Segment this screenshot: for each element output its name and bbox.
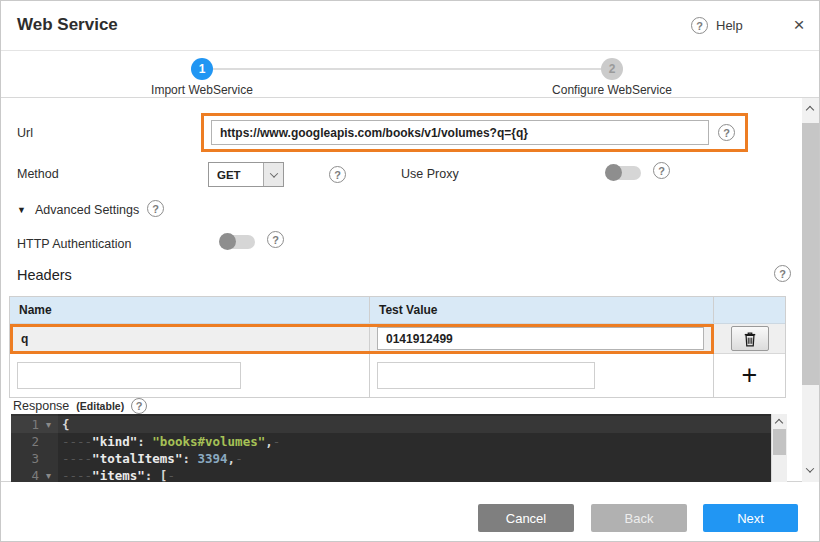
cancel-button[interactable]: Cancel xyxy=(478,504,574,532)
url-highlight-box: ? xyxy=(201,113,748,152)
headers-section-title: Headers xyxy=(17,267,72,283)
step-1-indicator[interactable]: 1 xyxy=(191,58,213,80)
code-editor-main[interactable]: 1▾{2----"kind": "books#volumes",-3----"t… xyxy=(11,414,771,482)
headers-help-icon[interactable]: ? xyxy=(774,265,791,282)
headers-table: Name Test Value q xyxy=(9,296,786,398)
next-button[interactable]: Next xyxy=(703,504,798,532)
response-label-row: Response (Editable) ? xyxy=(13,398,147,414)
method-label: Method xyxy=(17,167,59,181)
column-header-test-value: Test Value xyxy=(370,297,714,323)
new-header-row: + xyxy=(10,354,785,397)
dialog-body: Url ? Method GET ? Use Proxy ? ▼ Advance… xyxy=(1,98,819,482)
line-number: 3 xyxy=(11,450,39,467)
scroll-down-icon[interactable] xyxy=(806,464,814,472)
dialog-scrollbar[interactable] xyxy=(802,98,820,482)
dialog-scrollbar-thumb[interactable] xyxy=(802,123,820,385)
header-test-value-input[interactable] xyxy=(377,327,704,350)
response-help-icon[interactable]: ? xyxy=(131,398,147,414)
headers-table-header-row: Name Test Value xyxy=(10,297,785,324)
method-select[interactable]: GET xyxy=(208,162,284,187)
fold-spacer xyxy=(39,450,58,467)
http-auth-label: HTTP Authentication xyxy=(17,237,131,251)
trash-icon xyxy=(743,331,757,347)
help-question-icon: ? xyxy=(691,17,708,34)
new-header-value-input[interactable] xyxy=(377,362,595,389)
toggle-knob xyxy=(219,233,236,250)
toggle-knob xyxy=(605,164,622,181)
header-name-cell[interactable]: q xyxy=(10,324,370,353)
back-button[interactable]: Back xyxy=(591,504,687,532)
url-input[interactable] xyxy=(211,120,709,145)
method-help-icon[interactable]: ? xyxy=(329,166,346,183)
url-label: Url xyxy=(17,126,33,140)
line-number: 4 xyxy=(11,467,39,482)
http-auth-toggle[interactable] xyxy=(219,233,256,250)
use-proxy-toggle[interactable] xyxy=(605,164,642,181)
use-proxy-help-icon[interactable]: ? xyxy=(653,162,670,179)
code-line: 3----"totalItems": 3394,- xyxy=(11,450,771,467)
web-service-dialog: Web Service ? Help × 1 Import WebService… xyxy=(0,0,820,542)
chevron-down-icon xyxy=(269,169,277,177)
code-line: 2----"kind": "books#volumes",- xyxy=(11,433,771,450)
use-proxy-label: Use Proxy xyxy=(401,167,459,181)
header-value-cell xyxy=(370,324,714,353)
advanced-settings-label[interactable]: Advanced Settings xyxy=(35,203,139,217)
code-text: { xyxy=(58,416,70,433)
help-button[interactable]: ? Help xyxy=(691,17,743,34)
add-header-button[interactable]: + xyxy=(742,362,758,389)
response-code-lines: 1▾{2----"kind": "books#volumes",-3----"t… xyxy=(11,416,771,482)
method-dropdown-arrow-box xyxy=(263,163,283,186)
header-row-actions xyxy=(714,324,785,353)
code-text: ----"items": [- xyxy=(58,467,175,482)
new-header-actions: + xyxy=(714,354,785,397)
editor-scrollbar-thumb[interactable] xyxy=(773,429,786,455)
advanced-settings-collapse-icon[interactable]: ▼ xyxy=(17,205,26,215)
delete-header-button[interactable] xyxy=(731,326,769,351)
help-label: Help xyxy=(716,18,743,33)
method-selected-value: GET xyxy=(209,163,263,186)
step-1-label: Import WebService xyxy=(122,83,282,97)
footer: Cancel Back Next xyxy=(1,482,819,542)
code-text: ----"kind": "books#volumes",- xyxy=(58,433,280,450)
column-header-actions xyxy=(714,297,785,323)
code-text: ----"totalItems": 3394,- xyxy=(58,450,243,467)
line-number: 1 xyxy=(11,416,39,433)
stepper: 1 Import WebService 2 Configure WebServi… xyxy=(1,51,819,98)
response-code-editor[interactable]: 1▾{2----"kind": "books#volumes",-3----"t… xyxy=(11,414,787,482)
response-editable-label: (Editable) xyxy=(76,400,124,412)
http-auth-help-icon[interactable]: ? xyxy=(267,231,284,248)
advanced-settings-help-icon[interactable]: ? xyxy=(147,200,164,217)
fold-arrow-icon[interactable]: ▾ xyxy=(39,416,58,433)
code-line: 4▾----"items": [- xyxy=(11,467,771,482)
editor-scrollbar[interactable] xyxy=(771,414,787,482)
scroll-up-icon[interactable] xyxy=(806,106,814,114)
code-line: 1▾{ xyxy=(11,416,771,433)
fold-arrow-icon[interactable]: ▾ xyxy=(39,467,58,482)
header-row-q: q xyxy=(10,324,785,354)
editor-scroll-up-icon[interactable] xyxy=(775,419,783,427)
column-header-name: Name xyxy=(10,297,370,323)
new-header-name-input[interactable] xyxy=(17,362,241,389)
step-2-label: Configure WebService xyxy=(532,83,692,97)
new-header-value-cell xyxy=(370,354,714,397)
close-icon[interactable]: × xyxy=(787,13,811,37)
stepper-connector-line xyxy=(213,68,601,70)
url-help-icon[interactable]: ? xyxy=(718,124,735,141)
dialog-title: Web Service xyxy=(17,15,118,35)
step-2-indicator[interactable]: 2 xyxy=(601,58,623,80)
new-header-name-cell xyxy=(10,354,370,397)
titlebar: Web Service ? Help × xyxy=(1,1,819,51)
line-number: 2 xyxy=(11,433,39,450)
response-label: Response xyxy=(13,399,69,413)
fold-spacer xyxy=(39,433,58,450)
